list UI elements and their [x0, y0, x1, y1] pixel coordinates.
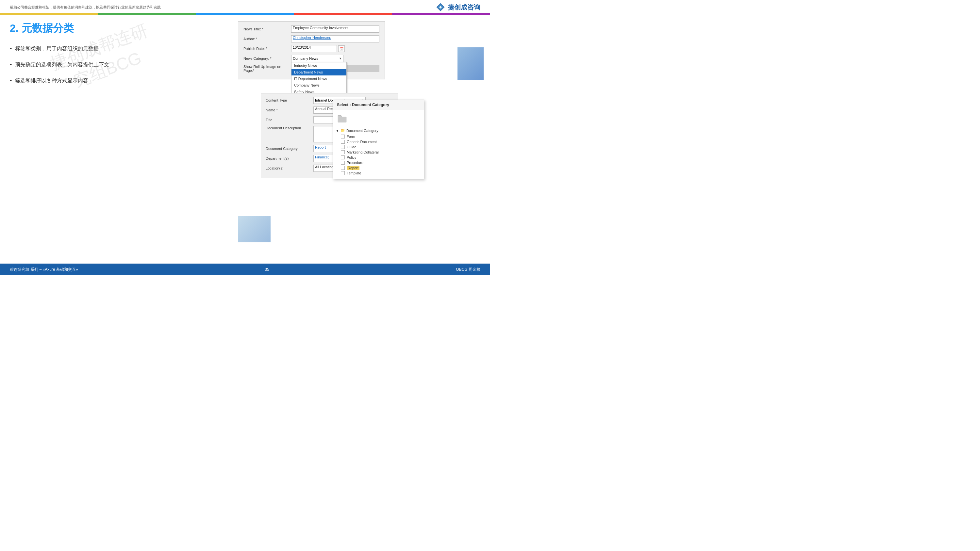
page-title: 2. 元数据分类 — [10, 21, 215, 36]
dropdown-option-department-news[interactable]: Department News — [291, 69, 346, 75]
footer: 帮连研究组 系列 – «Axure 基础和交互» 35 OBCG 周金根 — [0, 264, 490, 275]
top-bar: 帮助公司整合标准和框架，提供有价值的洞察和建议，以及共同探讨行业的最新发展趋势和… — [0, 0, 490, 13]
news-category-row: News Category: * Company News ▼ Industry… — [243, 55, 379, 62]
tree-label-policy: Policy — [347, 156, 356, 159]
tree-checkbox-procedure[interactable] — [341, 161, 345, 165]
tree-label-procedure: Procedure — [347, 161, 363, 165]
doc-category-tree: ▼ 📁 Document Category Form Generic Docum… — [333, 127, 424, 179]
logo-area: 捷创成咨询 — [436, 3, 480, 12]
author-label: Author: * — [243, 37, 289, 41]
top-subtitle: 帮助公司整合标准和框架，提供有价值的洞察和建议，以及共同探讨行业的最新发展趋势和… — [10, 5, 161, 10]
tree-label-guide: Guide — [347, 145, 356, 149]
doc-category-panel: Select : Document Category ▼ 📁 Document … — [332, 100, 424, 179]
list-item: 预先确定的选项列表，为内容提供上下文 — [10, 61, 215, 68]
tree-item-marketing-collateral[interactable]: Marketing Collateral — [336, 149, 421, 155]
dropdown-option-it-department-news[interactable]: IT Department News — [291, 75, 346, 82]
dropdown-option-company-news[interactable]: Company News — [291, 82, 346, 89]
calendar-icon[interactable]: 📅 — [338, 45, 345, 52]
dropdown-option-industry-news[interactable]: Industry News — [291, 62, 346, 69]
list-item-text: 筛选和排序以各种方式显示内容 — [15, 78, 88, 84]
logo-text: 捷创成咨询 — [448, 3, 480, 12]
tree-label-generic-document: Generic Document — [347, 140, 377, 144]
tree-checkbox-form[interactable] — [341, 135, 345, 138]
doc-title-label: Title — [266, 118, 312, 122]
date-input[interactable]: 10/23/2014 — [291, 45, 337, 52]
list-item: 标签和类别，用于内容组织的元数据 — [10, 45, 215, 52]
author-row: Author: * Christopher Henderson; — [243, 35, 379, 43]
tree-item-generic-document[interactable]: Generic Document — [336, 139, 421, 144]
list-item-text: 预先确定的选项列表，为内容提供上下文 — [15, 61, 109, 68]
tree-checkbox-policy[interactable] — [341, 156, 345, 159]
tree-checkbox-template[interactable] — [341, 171, 345, 175]
author-input[interactable]: Christopher Henderson; — [291, 35, 379, 43]
doc-category-icon-row — [333, 110, 424, 127]
footer-center: 35 — [265, 267, 269, 272]
tree-root-label: Document Category — [346, 129, 379, 133]
tree-folder-icon: 📁 — [340, 129, 345, 133]
right-panel: News Title: * Employee Community Involve… — [221, 21, 480, 256]
tree-item-policy[interactable]: Policy — [336, 155, 421, 160]
news-title-row: News Title: * Employee Community Involve… — [243, 25, 379, 33]
content-type-label: Content Type — [266, 98, 312, 102]
date-wrapper: 10/23/2014 📅 — [291, 45, 345, 52]
news-title-input[interactable]: Employee Community Involvement — [291, 25, 379, 33]
bullet-list: 标签和类别，用于内容组织的元数据 预先确定的选项列表，为内容提供上下文 筛选和排… — [10, 45, 215, 84]
tree-collapse-icon: ▼ — [336, 129, 339, 133]
list-item: 筛选和排序以各种方式显示内容 — [10, 78, 215, 84]
doc-category-panel-title: Select : Document Category — [333, 100, 424, 110]
left-panel: 2. 元数据分类 标签和类别，用于内容组织的元数据 预先确定的选项列表，为内容提… — [10, 21, 221, 256]
news-category-select[interactable]: Company News ▼ — [291, 55, 344, 62]
doc-category-value: Report — [315, 145, 326, 149]
tree-item-form[interactable]: Form — [336, 134, 421, 139]
main-content: 2. 元数据分类 标签和类别，用于内容组织的元数据 预先确定的选项列表，为内容提… — [0, 15, 490, 259]
tree-item-template[interactable]: Template — [336, 170, 421, 176]
tree-checkbox-generic-document[interactable] — [341, 140, 345, 144]
locations-label: Location(s) — [266, 166, 312, 170]
news-title-label: News Title: * — [243, 27, 289, 31]
tree-label-form: Form — [347, 135, 355, 138]
doc-desc-label: Document Description — [266, 126, 312, 130]
news-category-select-wrapper: Company News ▼ Industry News Department … — [291, 55, 344, 62]
tree-root: ▼ 📁 Document Category — [336, 129, 421, 133]
footer-right: OBCG 周金根 — [456, 267, 480, 272]
tree-checkbox-guide[interactable] — [341, 145, 345, 149]
tree-checkbox-marketing-collateral[interactable] — [341, 150, 345, 154]
tree-label-marketing-collateral: Marketing Collateral — [347, 150, 379, 154]
doc-name-label: Name * — [266, 108, 312, 112]
news-form-inner: News Title: * Employee Community Involve… — [238, 22, 385, 79]
select-arrow-icon: ▼ — [339, 57, 342, 60]
tree-item-guide[interactable]: Guide — [336, 144, 421, 149]
departments-value: Finance; — [315, 155, 329, 159]
tree-item-procedure[interactable]: Procedure — [336, 160, 421, 165]
blue-block-decor-2 — [238, 216, 270, 242]
author-value: Christopher Henderson; — [293, 36, 331, 40]
logo-icon — [436, 3, 445, 12]
news-category-label: News Category: * — [243, 57, 289, 60]
show-rollup-label: Show Roll Up Image on Page:* — [243, 65, 289, 73]
departments-label: Department(s) — [266, 156, 312, 160]
blue-block-decor — [458, 48, 484, 80]
publish-date-label: Publish Date: * — [243, 47, 289, 51]
folder-icon — [337, 113, 347, 124]
footer-left: 帮连研究组 系列 – «Axure 基础和交互» — [10, 267, 78, 272]
tree-item-report[interactable]: Report — [336, 165, 421, 170]
tree-label-template: Template — [347, 171, 361, 175]
tree-label-report: Report — [347, 166, 360, 170]
news-category-dropdown: Industry News Department News IT Departm… — [291, 62, 347, 95]
news-form-panel: News Title: * Employee Community Involve… — [238, 21, 385, 79]
tree-checkbox-report[interactable] — [341, 166, 345, 170]
list-item-text: 标签和类别，用于内容组织的元数据 — [15, 45, 99, 52]
doc-category-label: Document Category — [266, 147, 312, 151]
publish-date-row: Publish Date: * 10/23/2014 📅 — [243, 45, 379, 52]
